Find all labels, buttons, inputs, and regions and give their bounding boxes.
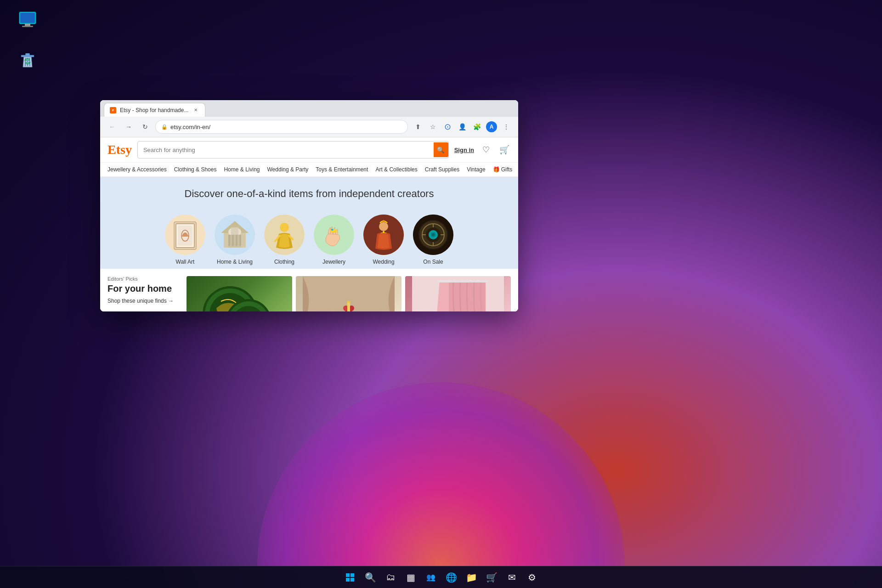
nav-home-living[interactable]: Home & Living bbox=[224, 165, 260, 174]
settings-button[interactable]: ⚙ bbox=[523, 568, 541, 587]
tab-favicon: e bbox=[110, 107, 116, 113]
gift-icon: 🎁 bbox=[493, 166, 500, 173]
search-taskbar-icon: 🔍 bbox=[365, 572, 376, 583]
file-explorer-icon: 🗂 bbox=[386, 572, 395, 582]
product-images: ▶ bbox=[187, 276, 511, 311]
folder-button[interactable]: 📁 bbox=[462, 568, 481, 587]
tab-title: Etsy - Shop for handmade... bbox=[120, 107, 188, 113]
menu-button[interactable]: ⋮ bbox=[500, 120, 513, 133]
desktop-icon-monitor[interactable] bbox=[9, 9, 46, 33]
nav-art[interactable]: Art & Collectibles bbox=[375, 165, 417, 174]
home-living-circle bbox=[215, 215, 255, 255]
product-thumb-1[interactable]: ▶ bbox=[187, 276, 292, 311]
settings-icon: ⚙ bbox=[528, 572, 536, 583]
search-bar[interactable]: 🔍 bbox=[137, 141, 449, 158]
bookmark-button[interactable]: ☆ bbox=[426, 120, 439, 133]
svg-rect-2 bbox=[25, 24, 30, 26]
file-explorer-button[interactable]: 🗂 bbox=[381, 568, 400, 587]
address-bar[interactable]: 🔒 etsy.com/in-en/ bbox=[155, 120, 408, 134]
extensions-button[interactable]: 🧩 bbox=[470, 120, 483, 133]
category-home-living[interactable]: Home & Living bbox=[215, 215, 255, 265]
nav-toys[interactable]: Toys & Entertainment bbox=[316, 165, 368, 174]
tabs-bar: e Etsy - Shop for handmade... ✕ bbox=[100, 100, 518, 117]
search-button[interactable]: 🔍 bbox=[361, 568, 379, 587]
product-image-1 bbox=[187, 276, 292, 311]
editors-picks-section: Editors' Picks For your home Shop these … bbox=[100, 269, 518, 311]
browser-chrome: e Etsy - Shop for handmade... ✕ ← → ↻ 🔒 … bbox=[100, 100, 518, 137]
tab-close-button[interactable]: ✕ bbox=[192, 107, 199, 114]
nav-gifts[interactable]: 🎁 Gifts bbox=[493, 165, 513, 174]
more-button[interactable]: A bbox=[485, 120, 498, 133]
svg-rect-20 bbox=[228, 235, 230, 246]
reload-button[interactable]: ↻ bbox=[139, 120, 152, 133]
sign-in-button[interactable]: Sign in bbox=[454, 147, 474, 153]
browser-window: e Etsy - Shop for handmade... ✕ ← → ↻ 🔒 … bbox=[100, 100, 518, 311]
svg-point-25 bbox=[280, 223, 289, 232]
product-image-2 bbox=[296, 276, 401, 311]
start-button[interactable] bbox=[341, 568, 359, 587]
categories-section: Wall Art bbox=[100, 215, 518, 269]
category-on-sale[interactable]: On Sale bbox=[413, 215, 453, 265]
edge-button[interactable]: 🌐 bbox=[442, 568, 460, 587]
search-input[interactable] bbox=[143, 147, 430, 153]
desktop-orb bbox=[257, 382, 625, 566]
recycle-bin-icon bbox=[17, 50, 39, 72]
svg-rect-69 bbox=[346, 578, 350, 582]
svg-rect-67 bbox=[346, 573, 350, 577]
search-button[interactable]: 🔍 bbox=[434, 142, 448, 157]
svg-point-44 bbox=[432, 233, 435, 236]
account-button[interactable]: 👤 bbox=[456, 120, 469, 133]
category-wedding[interactable]: Wedding bbox=[363, 215, 404, 265]
product-image-3 bbox=[405, 276, 511, 311]
teams-button[interactable]: 👥 bbox=[422, 568, 440, 587]
home-living-label: Home & Living bbox=[217, 259, 253, 265]
widgets-button[interactable]: ▦ bbox=[401, 568, 420, 587]
shop-link[interactable]: Shop these unique finds → bbox=[107, 298, 181, 304]
category-clothing[interactable]: Clothing bbox=[264, 215, 305, 265]
active-tab[interactable]: e Etsy - Shop for handmade... ✕ bbox=[104, 103, 205, 117]
search-icon: 🔍 bbox=[437, 147, 445, 153]
profile-circle[interactable]: ⊙ bbox=[441, 120, 454, 133]
nav-clothing-shoes[interactable]: Clothing & Shoes bbox=[174, 165, 217, 174]
editors-title: For your home bbox=[107, 283, 181, 294]
svg-point-34 bbox=[383, 231, 384, 233]
svg-rect-1 bbox=[20, 13, 35, 23]
svg-rect-22 bbox=[236, 235, 237, 246]
etsy-navigation: Jewellery & Accessories Clothing & Shoes… bbox=[100, 163, 518, 177]
svg-rect-68 bbox=[351, 573, 354, 577]
folder-icon: 📁 bbox=[466, 572, 477, 583]
mail-icon: ✉ bbox=[508, 572, 516, 583]
editors-text: Editors' Picks For your home Shop these … bbox=[107, 276, 181, 311]
nav-vintage[interactable]: Vintage bbox=[467, 165, 485, 174]
svg-point-33 bbox=[379, 222, 388, 231]
jewellery-circle bbox=[314, 215, 354, 255]
category-jewellery[interactable]: Jewellery bbox=[314, 215, 354, 265]
svg-rect-23 bbox=[239, 235, 241, 246]
svg-rect-5 bbox=[25, 53, 30, 55]
cart-button[interactable]: 🛒 bbox=[498, 143, 511, 156]
svg-rect-4 bbox=[21, 55, 34, 57]
monitor-icon bbox=[17, 9, 39, 31]
store-button[interactable]: 🛒 bbox=[482, 568, 501, 587]
forward-button[interactable]: → bbox=[122, 120, 135, 133]
etsy-website-content: Etsy 🔍 Sign in ♡ 🛒 Jewellery & Accessori… bbox=[100, 137, 518, 311]
desktop-icon-recycle-bin[interactable] bbox=[9, 50, 46, 74]
etsy-logo[interactable]: Etsy bbox=[107, 142, 132, 157]
category-wall-art[interactable]: Wall Art bbox=[165, 215, 205, 265]
hero-title: Discover one-of-a-kind items from indepe… bbox=[107, 188, 511, 200]
store-icon: 🛒 bbox=[486, 572, 498, 583]
cart-icon: 🛒 bbox=[499, 145, 509, 155]
header-actions: Sign in ♡ 🛒 bbox=[454, 143, 511, 156]
etsy-header: Etsy 🔍 Sign in ♡ 🛒 bbox=[100, 137, 518, 163]
share-button[interactable]: ⬆ bbox=[412, 120, 424, 133]
nav-craft[interactable]: Craft Supplies bbox=[425, 165, 459, 174]
product-thumb-3[interactable]: ▶ bbox=[405, 276, 511, 311]
mail-button[interactable]: ✉ bbox=[503, 568, 521, 587]
svg-rect-63 bbox=[347, 302, 350, 311]
nav-wedding-party[interactable]: Wedding & Party bbox=[267, 165, 309, 174]
on-sale-circle bbox=[413, 215, 453, 255]
favorites-button[interactable]: ♡ bbox=[480, 143, 492, 156]
product-thumb-2[interactable]: ▶ bbox=[296, 276, 401, 311]
back-button[interactable]: ← bbox=[106, 120, 119, 133]
nav-jewellery[interactable]: Jewellery & Accessories bbox=[107, 165, 167, 174]
